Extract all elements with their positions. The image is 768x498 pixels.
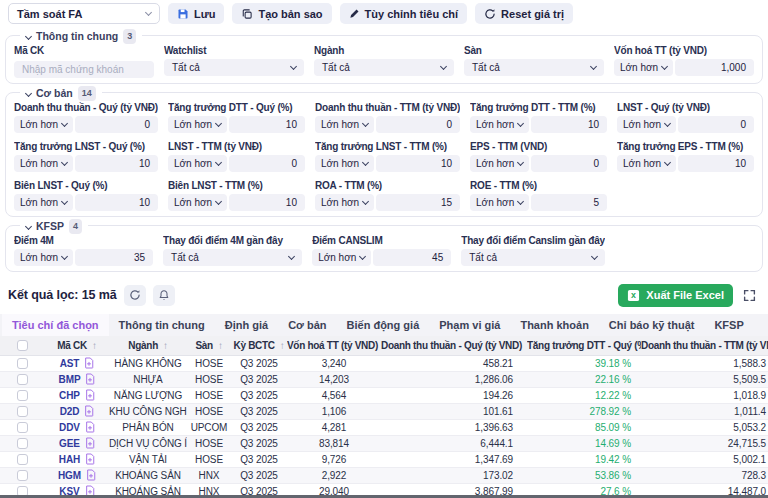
row-checkbox[interactable] (17, 374, 28, 385)
sort-arrow-icon[interactable]: ↑ (280, 340, 285, 351)
value-input[interactable]: 10 (75, 194, 158, 211)
collapse-icon[interactable] (25, 33, 32, 40)
report-doc-icon[interactable] (85, 421, 95, 433)
select-all-checkbox[interactable] (17, 340, 28, 351)
operator-select[interactable]: Lớn hơn (470, 194, 529, 211)
tab-cơ-bản[interactable]: Cơ bản (278, 314, 336, 336)
filter-select[interactable]: Tất cả (461, 249, 605, 266)
table-row[interactable]: BMPNHỰAHOSEQ3 202514,2031,286.0622.16 %5… (0, 371, 768, 387)
collapse-icon[interactable] (25, 90, 32, 97)
filter-select[interactable]: Tất cả (164, 59, 304, 76)
report-doc-icon[interactable] (85, 389, 95, 401)
sort-arrow-icon[interactable]: ↑ (92, 340, 97, 351)
table-row[interactable]: HAHVẬN TẢIHOSEQ3 20259,7261,347.6919.42 … (0, 451, 768, 467)
operator-select[interactable]: Lớn hơn (168, 116, 227, 133)
operator-select[interactable]: Lớn hơn (14, 116, 73, 133)
operator-select[interactable]: Lớn hơn (14, 155, 73, 172)
tab-thông-tin-chung[interactable]: Thông tin chung (109, 314, 215, 336)
table-row[interactable]: CHPNĂNG LƯỢNGHOSEQ3 20254,564194.2612.22… (0, 387, 768, 403)
alert-button[interactable] (153, 285, 175, 306)
row-checkbox[interactable] (17, 406, 28, 417)
column-header[interactable]: Ngành↑ (109, 336, 187, 355)
column-header[interactable]: Vốn hoá TT (tỷ VND)↑ (287, 336, 381, 355)
operator-select[interactable]: Lớn hơn (14, 249, 73, 266)
ticker-link[interactable]: DDV (59, 420, 80, 435)
tab-phạm-vi-giá[interactable]: Phạm vi giá (429, 314, 510, 336)
value-input[interactable]: 0 (376, 116, 460, 133)
row-checkbox[interactable] (17, 454, 28, 465)
operator-select[interactable]: Lớn hơn (315, 155, 374, 172)
table-row[interactable]: ASTHÀNG KHÔNGHOSEQ3 20253,240458.2139.18… (0, 355, 768, 371)
column-header[interactable]: Doanh thu thuần - Quý (tỷ VND)↑ (381, 336, 527, 355)
filter-select[interactable]: Tất cả (464, 59, 604, 76)
ticker-link[interactable]: CHP (59, 388, 80, 403)
value-input[interactable]: 0 (75, 116, 158, 133)
tab-kfsp[interactable]: KFSP (704, 314, 753, 336)
value-input[interactable]: 10 (531, 116, 607, 133)
value-input[interactable]: 45 (373, 249, 451, 266)
value-input[interactable]: 10 (376, 155, 460, 172)
report-doc-icon[interactable] (85, 453, 95, 465)
value-input[interactable]: 15 (376, 194, 460, 211)
column-header[interactable]: Kỳ BCTC↑ (231, 336, 287, 355)
pencil-button[interactable]: Tùy chỉnh tiêu chí (340, 3, 468, 24)
fullscreen-button[interactable] (738, 285, 760, 306)
operator-select[interactable]: Lớn hơn (470, 116, 529, 133)
table-row[interactable]: D2DKHU CÔNG NGHIỆPHOSEQ3 20251,106101.61… (0, 403, 768, 419)
operator-select[interactable]: Lớn hơn (315, 116, 374, 133)
refresh-button[interactable] (124, 285, 146, 306)
export-excel-button[interactable]: x Xuất File Excel (618, 284, 733, 307)
report-doc-icon[interactable] (84, 357, 94, 369)
row-checkbox[interactable] (17, 422, 28, 433)
value-input[interactable]: 10 (678, 155, 754, 172)
screener-select[interactable]: Tầm soát FA (8, 3, 160, 24)
sort-arrow-icon[interactable]: ↑ (218, 340, 223, 351)
value-input[interactable]: 35 (75, 249, 153, 266)
tab-thanh-khoản[interactable]: Thanh khoản (510, 314, 598, 336)
operator-select[interactable]: Lớn hơn (315, 194, 374, 211)
ticker-link[interactable]: HAH (59, 452, 80, 467)
save-button[interactable]: Lưu (168, 3, 224, 24)
ticker-link[interactable]: D2D (60, 404, 80, 419)
collapse-icon[interactable] (25, 223, 32, 230)
table-row[interactable]: GEEDỊCH VỤ CÔNG ÍCHHOSEQ3 202583,8146,44… (0, 435, 768, 451)
operator-select[interactable]: Lớn hơn (168, 194, 227, 211)
report-doc-icon[interactable] (85, 373, 95, 385)
column-header[interactable]: Doanh thu thuần - TTM (tỷ VND) (641, 336, 768, 355)
operator-select[interactable]: Lớn hơn (312, 249, 371, 266)
ticker-link[interactable]: HGM (58, 468, 81, 483)
table-row[interactable]: HGMKHOÁNG SẢNHNXQ3 20252,922173.0253.86 … (0, 467, 768, 483)
operator-select[interactable]: Lớn hơn (168, 155, 227, 172)
table-row[interactable]: DDVPHÂN BÓNUPCOMQ3 20254,2811,396.6385.0… (0, 419, 768, 435)
value-input[interactable]: 0 (229, 155, 305, 172)
ticker-search-input[interactable] (14, 61, 154, 78)
column-header[interactable]: Mã CK↑ (45, 336, 109, 355)
report-doc-icon[interactable] (84, 405, 94, 417)
row-checkbox[interactable] (17, 390, 28, 401)
report-doc-icon[interactable] (86, 469, 96, 481)
filter-select[interactable]: Tất cả (163, 249, 302, 266)
tab-định-giá[interactable]: Định giá (215, 314, 278, 336)
copy-button[interactable]: Tạo bản sao (232, 3, 331, 24)
value-input[interactable]: 1,000 (675, 59, 754, 76)
reset-button[interactable]: Reset giá trị (475, 3, 573, 24)
value-input[interactable]: 0 (531, 155, 607, 172)
ticker-link[interactable]: GEE (59, 436, 80, 451)
row-checkbox[interactable] (17, 438, 28, 449)
filter-select[interactable]: Tất cả (314, 59, 454, 76)
value-input[interactable]: 10 (229, 194, 305, 211)
operator-select[interactable]: Lớn hơn (614, 59, 673, 76)
report-doc-icon[interactable] (85, 437, 95, 449)
value-input[interactable]: 0 (678, 116, 754, 133)
ticker-link[interactable]: AST (60, 356, 80, 371)
value-input[interactable]: 10 (229, 116, 305, 133)
operator-select[interactable]: Lớn hơn (470, 155, 529, 172)
column-header[interactable]: Sàn↑ (187, 336, 231, 355)
column-header[interactable]: Tăng trưởng DTT - Quý (%)↑ (527, 336, 641, 355)
value-input[interactable]: 5 (531, 194, 607, 211)
value-input[interactable]: 10 (75, 155, 158, 172)
tab-tiêu-chí-đã-chọn[interactable]: Tiêu chí đã chọn (2, 314, 109, 336)
ticker-link[interactable]: BMP (59, 372, 81, 387)
tab-biến-động-giá[interactable]: Biến động giá (337, 314, 430, 336)
operator-select[interactable]: Lớn hơn (14, 194, 73, 211)
